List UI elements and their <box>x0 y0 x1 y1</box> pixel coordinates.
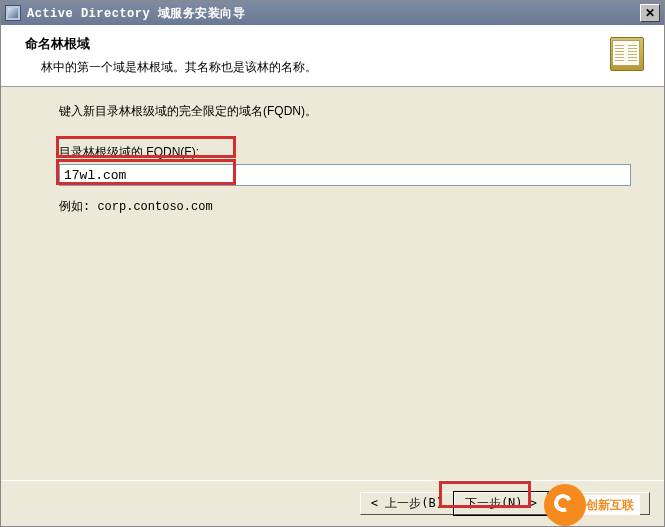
app-icon <box>5 5 21 21</box>
wizard-header: 命名林根域 林中的第一个域是林根域。其名称也是该林的名称。 <box>1 25 664 87</box>
back-button[interactable]: < 上一步(B) <box>360 492 454 515</box>
fqdn-input[interactable] <box>59 164 631 186</box>
fqdn-label: 目录林根级域的 FQDN(F): <box>59 144 199 161</box>
watermark-text: 创新互联 <box>580 495 640 515</box>
window-title: Active Directory 域服务安装向导 <box>27 5 640 22</box>
page-title: 命名林根域 <box>25 35 608 53</box>
titlebar[interactable]: Active Directory 域服务安装向导 ✕ <box>1 1 664 25</box>
page-subtitle: 林中的第一个域是林根域。其名称也是该林的名称。 <box>41 59 548 76</box>
watermark-logo-icon <box>544 484 586 526</box>
wizard-content: 键入新目录林根级域的完全限定的域名(FQDN)。 目录林根级域的 FQDN(F)… <box>1 87 664 480</box>
wizard-header-text: 命名林根域 林中的第一个域是林根域。其名称也是该林的名称。 <box>25 35 608 76</box>
close-button[interactable]: ✕ <box>640 4 660 22</box>
watermark: 创新互联 <box>544 484 664 526</box>
book-icon <box>608 35 648 75</box>
wizard-window: Active Directory 域服务安装向导 ✕ 命名林根域 林中的第一个域… <box>0 0 665 527</box>
instruction-text: 键入新目录林根级域的完全限定的域名(FQDN)。 <box>59 103 636 120</box>
example-text: 例如: corp.contoso.com <box>59 198 636 215</box>
next-button[interactable]: 下一步(N) > <box>454 492 548 515</box>
